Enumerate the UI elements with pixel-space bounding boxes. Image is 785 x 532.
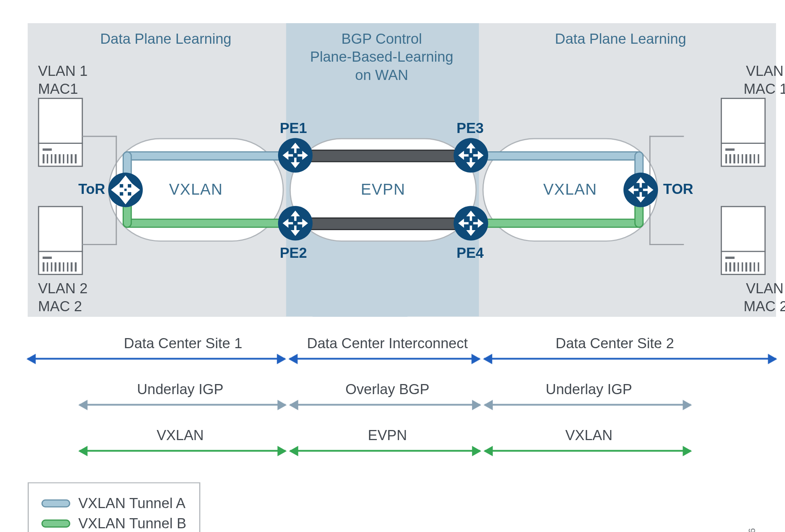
row2-left-arrow (80, 404, 286, 406)
wire-tl-v (116, 136, 117, 176)
row1-right-arrow (484, 358, 776, 360)
row1-left-arrow (28, 358, 285, 360)
header-mid-line3: on WAN (355, 66, 408, 83)
tunnel-blue-left (123, 151, 290, 161)
wire-br-v (649, 205, 650, 245)
server-tl-mac: MAC1 (38, 81, 78, 97)
server-br-vlan: VLAN 2 (746, 280, 785, 296)
row1-right-label: Data Center Site 2 (505, 335, 724, 352)
server-tr-vlan: VLAN 1 (746, 63, 785, 79)
row3-left-arrow (80, 450, 286, 452)
router-arrows-icon (108, 173, 143, 207)
row1-left-label: Data Center Site 1 (74, 335, 292, 352)
cloud-mid-label: EVPN (361, 181, 405, 199)
server-top-left (38, 98, 83, 167)
cloud-left-label: VXLAN (169, 181, 223, 199)
arrow-row-1: Data Center Site 1 Data Center Interconn… (28, 352, 776, 375)
header-mid: BGP Control Plane-Based-Learning on WAN (270, 30, 494, 84)
row3-mid-label: EVPN (290, 427, 486, 444)
figure-id: g043186 (746, 528, 757, 532)
router-pe3 (454, 138, 488, 173)
server-bl-label: VLAN 2 MAC 2 (38, 279, 119, 315)
server-bottom-left (38, 206, 83, 275)
label-pe1: PE1 (280, 120, 307, 136)
row2-mid-arrow (290, 404, 480, 406)
wire-bl-h (82, 244, 117, 245)
server-tl-vlan: VLAN 1 (38, 63, 88, 79)
swatch-vxlan-a-icon (41, 499, 70, 507)
swatch-vxlan-b-icon (41, 519, 70, 528)
wire-tr-h (649, 136, 684, 137)
legend-row-b: VXLAN Tunnel B (41, 515, 187, 532)
diagram-panel: Data Plane Learning BGP Control Plane-Ba… (28, 23, 776, 316)
row1-mid-label: Data Center Interconnect (290, 335, 486, 352)
tunnel-green-left (123, 219, 290, 228)
row2-mid-label: Overlay BGP (290, 381, 486, 398)
wire-tr-v (649, 136, 650, 176)
header-left: Data Plane Learning (51, 30, 281, 48)
wire-bl-v (116, 205, 117, 245)
label-pe4: PE4 (456, 245, 484, 262)
tunnel-evpn-top (295, 149, 468, 162)
tunnel-blue-right (477, 151, 644, 161)
server-bl-vlan: VLAN 2 (38, 280, 88, 296)
wire-tl-h (82, 136, 117, 137)
server-bottom-right (721, 206, 766, 275)
arrow-row-2: Underlay IGP Overlay BGP Underlay IGP (28, 398, 776, 421)
row2-left-label: Underlay IGP (85, 381, 275, 398)
router-pe1 (278, 138, 313, 173)
row2-right-arrow (485, 404, 691, 406)
wire-br-h (649, 244, 684, 245)
server-tr-label: VLAN 1 MAC 11 (715, 62, 785, 98)
tunnel-evpn-bottom (295, 217, 468, 230)
label-pe3: PE3 (456, 120, 484, 136)
arrow-row-3: VXLAN EVPN VXLAN (28, 444, 776, 467)
row3-right-arrow (485, 450, 691, 452)
label-pe2: PE2 (280, 245, 307, 262)
cloud-right-label: VXLAN (543, 181, 597, 199)
server-br-mac: MAC 22 (744, 298, 785, 314)
legend-box: VXLAN Tunnel A VXLAN Tunnel B EVPN Tunne… (28, 482, 200, 532)
server-top-right (721, 98, 766, 167)
server-bl-mac: MAC 2 (38, 298, 82, 314)
server-tl-label: VLAN 1 MAC1 (38, 62, 119, 98)
row2-right-label: Underlay IGP (494, 381, 684, 398)
header-mid-line2: Plane-Based-Learning (310, 49, 453, 65)
label-tor-right: TOR (663, 181, 693, 198)
legend-b-label: VXLAN Tunnel B (78, 515, 186, 532)
legend-a-label: VXLAN Tunnel A (78, 495, 185, 511)
row3-left-label: VXLAN (85, 427, 275, 444)
server-tr-mac: MAC 11 (744, 81, 785, 97)
header-mid-line1: BGP Control (341, 31, 422, 47)
server-br-label: VLAN 2 MAC 22 (715, 279, 785, 315)
row1-mid-arrow (290, 358, 480, 360)
router-pe2 (278, 206, 313, 240)
legend-row-a: VXLAN Tunnel A (41, 495, 187, 511)
tunnel-green-right (477, 219, 644, 228)
header-right: Data Plane Learning (505, 30, 736, 48)
row3-mid-arrow (290, 450, 480, 452)
router-pe4 (454, 206, 488, 240)
label-tor-left: ToR (78, 181, 105, 198)
router-tor-left (108, 173, 143, 207)
router-tor-right (624, 173, 658, 207)
row3-right-label: VXLAN (494, 427, 684, 444)
